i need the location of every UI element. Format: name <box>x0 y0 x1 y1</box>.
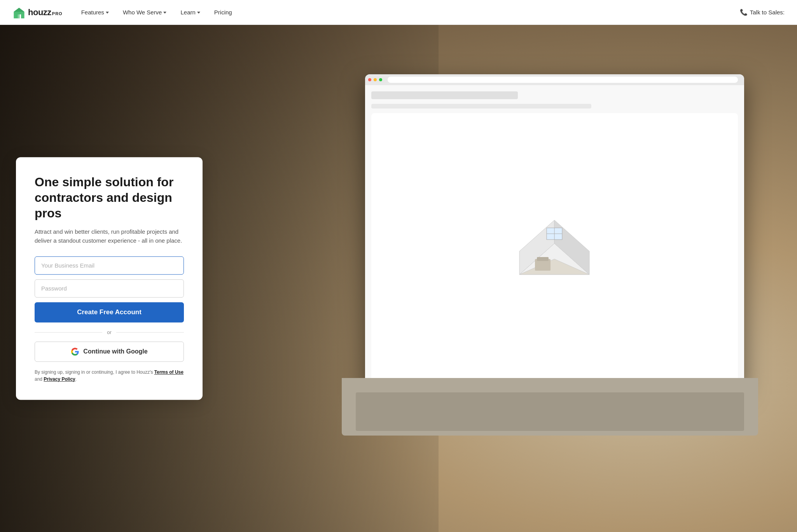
laptop-keyboard <box>356 392 744 431</box>
laptop-content <box>365 85 744 387</box>
or-divider: or <box>35 329 184 335</box>
divider-line-left <box>35 332 102 332</box>
terms-of-use-link[interactable]: Terms of Use <box>154 369 184 375</box>
svg-rect-6 <box>537 257 549 261</box>
nav-learn[interactable]: Learn <box>174 6 206 19</box>
laptop-page-title <box>371 91 518 99</box>
or-text: or <box>107 329 112 335</box>
laptop-visual <box>319 50 781 532</box>
chevron-down-icon <box>163 12 166 14</box>
chevron-down-icon <box>106 12 109 14</box>
email-input[interactable] <box>35 256 184 275</box>
laptop-screen <box>365 74 744 387</box>
divider-line-right <box>116 332 184 332</box>
browser-url-bar <box>388 77 738 83</box>
laptop-3d-view <box>371 113 738 381</box>
hero-section: One simple solution for contractors and … <box>0 25 797 532</box>
chevron-down-icon <box>197 12 200 14</box>
browser-bar <box>365 74 744 85</box>
nav-who-we-serve[interactable]: Who We Serve <box>117 6 173 19</box>
room-3d-svg <box>512 212 597 282</box>
card-heading: One simple solution for contractors and … <box>35 174 184 221</box>
screen-inner <box>365 74 744 387</box>
nav-features[interactable]: Features <box>75 6 115 19</box>
nav-right: 📞 Talk to Sales: <box>740 9 785 16</box>
nav-pricing[interactable]: Pricing <box>208 6 238 19</box>
signup-card-container: One simple solution for contractors and … <box>16 157 203 400</box>
phone-icon: 📞 <box>740 9 748 16</box>
google-icon <box>71 347 79 356</box>
terms-text: By signing up, signing in or continuing,… <box>35 369 184 383</box>
svg-rect-0 <box>18 14 21 18</box>
card-subtext: Attract and win better clients, run prof… <box>35 227 184 245</box>
privacy-policy-link[interactable]: Privacy Policy <box>44 376 75 382</box>
browser-dot-minimize <box>374 78 377 81</box>
google-signin-button[interactable]: Continue with Google <box>35 341 184 362</box>
talk-to-sales[interactable]: 📞 Talk to Sales: <box>740 9 785 16</box>
nav-links: Features Who We Serve Learn Pricing <box>75 6 740 19</box>
navbar: houzzPRO Features Who We Serve Learn Pri… <box>0 0 797 25</box>
browser-dot-close <box>368 78 371 81</box>
logo-wordmark: houzzPRO <box>28 7 63 18</box>
password-input[interactable] <box>35 279 184 298</box>
laptop-page-subtitle <box>371 104 591 108</box>
browser-dot-maximize <box>379 78 382 81</box>
create-account-button[interactable]: Create Free Account <box>35 302 184 322</box>
signup-card: One simple solution for contractors and … <box>16 157 203 400</box>
logo[interactable]: houzzPRO <box>12 6 63 19</box>
houzz-icon <box>12 6 26 19</box>
